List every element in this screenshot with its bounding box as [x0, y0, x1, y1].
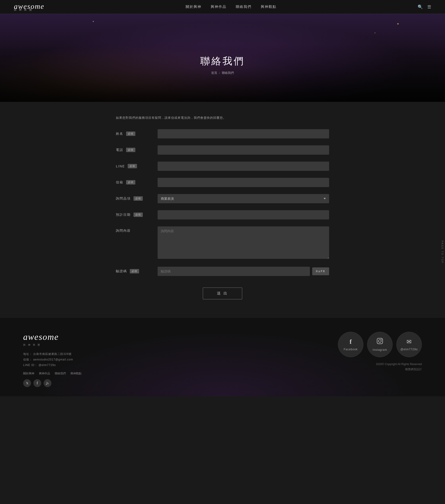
twitter-small-button[interactable]: 𝕏 — [23, 379, 31, 387]
footer-nav-blog[interactable]: 興神觀點 — [70, 372, 82, 376]
input-wrap-line — [158, 162, 329, 171]
submit-wrap: 送 出 — [116, 288, 329, 299]
form-label-group-name: 姓名 必填 — [116, 129, 153, 136]
etm-label: @etm7729o — [401, 348, 418, 351]
facebook-icon: f — [349, 338, 352, 345]
inquiry-select[interactable]: 商業表演 婚禮 活動 其他 — [158, 194, 329, 203]
line-label: LINE ID： — [23, 363, 38, 367]
input-wrap-name — [158, 129, 329, 138]
required-email: 必填 — [126, 180, 135, 184]
input-wrap-captcha: HaPR — [158, 267, 329, 276]
address-label: 地址： — [23, 352, 32, 356]
instagram-card[interactable]: Instagram — [367, 332, 393, 357]
decor-dot — [375, 32, 375, 33]
footer: awesome 與 神 班 寶 地址： 台南市南區健康路二段326號 信箱： a… — [0, 318, 445, 396]
label-line: LINE — [116, 164, 125, 168]
footer-nav: 關於興神 興神作品 聯絡我們 興神觀點 — [23, 372, 82, 376]
name-input[interactable] — [158, 129, 329, 138]
intro-text: 如果您對我們的服務項目有疑問，請來信或來電洽詢，我們會盡快的回覆您。 — [116, 116, 329, 120]
instagram-icon — [377, 338, 383, 346]
input-wrap-date — [158, 210, 329, 219]
email-icon: ✉ — [406, 338, 412, 345]
footer-info: 地址： 台南市南區健康路二段326號 信箱： aemstudio2017@gma… — [23, 351, 82, 368]
captcha-wrap: HaPR — [158, 267, 329, 276]
submit-button[interactable]: 送 出 — [203, 288, 242, 299]
label-phone: 電話 — [116, 148, 123, 152]
required-phone: 必填 — [126, 148, 135, 152]
captcha-image[interactable]: HaPR — [312, 267, 329, 275]
footer-copyright: 2020© Copyright All Rights Reserved 概覺網頁… — [376, 362, 422, 372]
phone-input[interactable] — [158, 145, 329, 155]
label-inquiry: 詢問品項 — [116, 197, 131, 201]
svg-point-3 — [381, 339, 382, 340]
footer-nav-works[interactable]: 興神作品 — [39, 372, 50, 376]
label-content: 詢問內容 — [116, 229, 131, 233]
footer-nav-contact[interactable]: 聯絡我們 — [55, 372, 66, 376]
footer-address: 地址： 台南市南區健康路二段326號 — [23, 351, 82, 357]
input-wrap-content — [158, 226, 329, 260]
required-date: 必填 — [134, 213, 143, 217]
form-label-group-line: LINE 必填 — [116, 162, 153, 168]
etm-card[interactable]: ✉ @etm7729o — [396, 332, 422, 357]
nav-icons: 🔍 ☰ — [418, 4, 431, 9]
design-credit: 概覺網頁設計 — [376, 367, 422, 372]
address-value: 台南市南區健康路二段326號 — [33, 352, 72, 356]
menu-icon[interactable]: ☰ — [427, 4, 431, 9]
main-nav: 關於興神 興神作品 聯絡我們 興神觀點 — [186, 5, 276, 9]
form-row-name: 姓名 必填 — [116, 129, 329, 138]
footer-nav-about[interactable]: 關於興神 — [23, 372, 34, 376]
form-label-group-content: 詢問內容 — [116, 226, 153, 233]
svg-rect-1 — [377, 338, 383, 344]
form-row-content: 詢問內容 — [116, 226, 329, 260]
facebook-small-button[interactable]: f — [33, 379, 41, 387]
required-captcha: 必填 — [130, 269, 139, 273]
main-content: 如果您對我們的服務項目有疑問，請來信或來電洽詢，我們會盡快的回覆您。 姓名 必填… — [107, 102, 338, 318]
email-input[interactable] — [158, 178, 329, 187]
label-captcha: 驗證碼 — [116, 269, 127, 273]
search-icon[interactable]: 🔍 — [418, 4, 423, 9]
form-row-date: 預計日期 必填 — [116, 210, 329, 219]
form-label-group-captcha: 驗證碼 必填 — [116, 267, 153, 273]
page-to-top[interactable]: PAGE TO TOP — [440, 236, 445, 268]
nav-item-blog[interactable]: 興神觀點 — [261, 5, 276, 9]
facebook-card[interactable]: f Facebook — [338, 332, 363, 357]
content-textarea[interactable] — [158, 226, 329, 259]
facebook-label: Facebook — [344, 348, 358, 351]
label-email: 信箱 — [116, 180, 123, 184]
decor-dot — [397, 23, 399, 25]
logo[interactable]: awesome 與 神 班 寶 — [14, 2, 44, 11]
svg-point-2 — [378, 340, 381, 342]
input-wrap-email — [158, 178, 329, 187]
footer-logo[interactable]: awesome — [23, 332, 82, 342]
captcha-input[interactable] — [158, 267, 310, 276]
email-label: 信箱： — [23, 358, 32, 361]
input-wrap-inquiry: 商業表演 婚禮 活動 其他 — [158, 194, 329, 203]
page-title: 聯絡我們 — [200, 55, 245, 68]
breadcrumb-separator: / — [219, 71, 220, 75]
hero-section: 聯絡我們 首頁 / 聯絡我們 — [0, 14, 445, 102]
form-label-group-email: 信箱 必填 — [116, 178, 153, 184]
nav-item-about[interactable]: 關於興神 — [186, 5, 201, 9]
nav-item-contact[interactable]: 聯絡我們 — [236, 5, 252, 9]
footer-left: awesome 與 神 班 寶 地址： 台南市南區健康路二段326號 信箱： a… — [23, 332, 82, 387]
footer-right: f Facebook Instagram ✉ @etm7729 — [338, 332, 422, 372]
nav-item-works[interactable]: 興神作品 — [211, 5, 226, 9]
breadcrumb: 首頁 / 聯絡我們 — [211, 71, 234, 75]
date-input[interactable] — [158, 210, 329, 219]
label-date: 預計日期 — [116, 213, 131, 217]
form-label-group-inquiry: 詢問品項 必填 — [116, 194, 153, 201]
footer-email: 信箱： aemstudio2017@gmail.com — [23, 357, 82, 362]
label-name: 姓名 — [116, 132, 123, 136]
breadcrumb-home[interactable]: 首頁 — [211, 71, 217, 75]
line-value: @etm7729o — [39, 363, 56, 367]
copyright-text: 2020© Copyright All Rights Reserved — [376, 362, 422, 367]
social-cards: f Facebook Instagram ✉ @etm7729 — [338, 332, 422, 357]
footer-line: LINE ID： @etm7729o — [23, 362, 82, 368]
email-value: aemstudio2017@gmail.com — [33, 358, 73, 361]
required-inquiry: 必填 — [134, 196, 143, 201]
rss-small-button[interactable] — [44, 379, 51, 387]
line-input[interactable] — [158, 162, 329, 171]
input-wrap-phone — [158, 145, 329, 155]
instagram-label: Instagram — [373, 348, 387, 351]
footer-inner: awesome 與 神 班 寶 地址： 台南市南區健康路二段326號 信箱： a… — [23, 332, 422, 387]
